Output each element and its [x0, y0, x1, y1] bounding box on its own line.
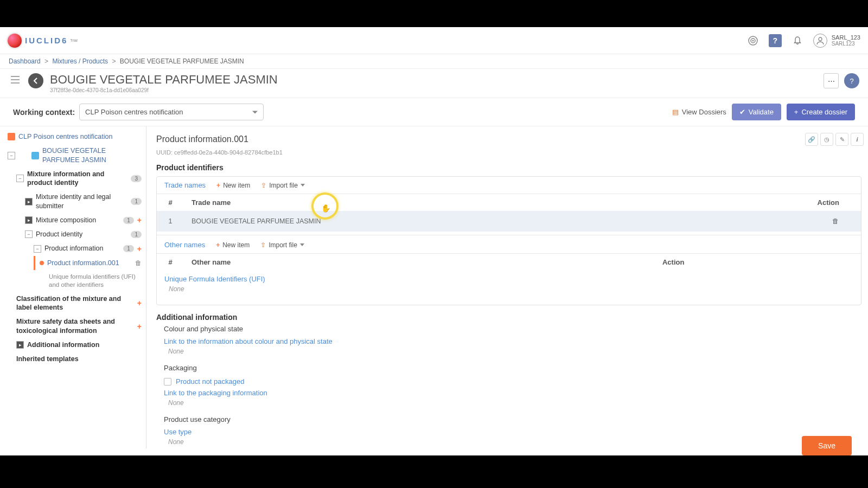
breadcrumb-current: BOUGIE VEGETALE PARFUMEE JASMIN: [120, 57, 244, 65]
doc-icon: [8, 133, 15, 140]
not-packaged-label: Product not packaged: [176, 377, 244, 386]
edit-icon[interactable]: ✎: [835, 133, 848, 146]
more-button[interactable]: ⋯: [824, 73, 839, 88]
badge: 1: [131, 231, 142, 238]
link-packaging-none: None: [156, 398, 868, 412]
tree-prod-info-001[interactable]: Product information.001: [47, 259, 132, 267]
delete-icon[interactable]: 🗑: [135, 259, 142, 267]
page-title: BOUGIE VEGETALE PARFUMEE JASMIN: [50, 73, 278, 86]
link-colour-none: None: [156, 346, 868, 361]
tree-mix-comp[interactable]: Mixture composition: [36, 216, 120, 224]
tree-prod-info[interactable]: Product information: [44, 244, 120, 253]
logo-text: IUCLID6: [25, 36, 68, 45]
logo-icon: [8, 34, 22, 48]
cursor-icon: ✋: [321, 204, 330, 213]
section-product-identifiers: Product identifiers: [156, 163, 868, 172]
working-context-select[interactable]: CLP Poison centres notification: [79, 104, 264, 120]
tree-mix-identity[interactable]: Mixture identity and legal submitter: [36, 192, 127, 210]
user-block[interactable]: SARL_123 SARL123: [813, 34, 860, 48]
import-file-button[interactable]: ⇪ Import file: [260, 241, 304, 249]
logo[interactable]: IUCLID6 Trial: [8, 34, 78, 48]
doc-title: Product information.001: [156, 134, 805, 144]
tree-additional[interactable]: Additional information: [27, 341, 142, 349]
add-button[interactable]: +: [137, 322, 142, 331]
tree-mix-info[interactable]: Mixture information and product identity: [27, 170, 127, 188]
help-button[interactable]: ?: [844, 73, 859, 88]
bullseye-icon[interactable]: [747, 35, 759, 47]
tree-sidebar: CLP Poison centres notification − BOUGIE…: [0, 126, 146, 448]
hamburger-icon[interactable]: [9, 73, 22, 86]
new-item-button[interactable]: + New item: [216, 241, 250, 249]
delete-row-icon[interactable]: 🗑: [832, 217, 839, 225]
tree-safety[interactable]: Mixture safety data sheets and toxicolog…: [16, 317, 134, 335]
colour-phys-title: Colour and physical state: [164, 325, 860, 333]
expand-icon[interactable]: ▸: [25, 198, 33, 206]
tree-classification[interactable]: Classification of the mixture and label …: [16, 294, 134, 312]
table-row[interactable]: 1 BOUGIE VEGETALE PARFUMEE JASMIN 🗑: [157, 211, 861, 232]
tree-clp[interactable]: CLP Poison centres notification: [18, 132, 142, 141]
add-button[interactable]: +: [137, 299, 142, 307]
add-button[interactable]: +: [137, 245, 142, 253]
col-trade-name: Trade name: [184, 194, 684, 211]
expand-icon[interactable]: ▸: [25, 216, 33, 224]
active-dot-icon: [40, 261, 44, 265]
col-action: Action: [453, 254, 706, 271]
save-button[interactable]: Save: [802, 436, 852, 448]
content-area: Product information.001 🔗 ◷ ✎ i UUID: ce…: [146, 126, 868, 448]
col-hash: #: [157, 194, 184, 211]
col-other-name: Other name: [184, 254, 453, 271]
badge: 3: [131, 175, 142, 182]
expand-icon[interactable]: ▸: [16, 341, 24, 349]
avatar-icon: [813, 34, 827, 48]
breadcrumb-mixtures[interactable]: Mixtures / Products: [52, 57, 108, 65]
ufi-label: Unique Formula Identifiers (UFI): [164, 275, 853, 283]
chat-icon[interactable]: ?: [769, 34, 782, 47]
other-names-label: Other names: [164, 241, 205, 249]
tree-ufi[interactable]: Unique formula identifiers (UFI) and oth…: [49, 273, 142, 289]
user-sub: SARL123: [832, 41, 860, 47]
use-type-field[interactable]: Use type: [156, 427, 868, 437]
collapse-icon[interactable]: −: [34, 245, 41, 253]
collapse-icon[interactable]: −: [16, 175, 24, 182]
tree-prod-identity[interactable]: Product identity: [36, 230, 127, 239]
validate-button[interactable]: ✔ Validate: [732, 104, 781, 120]
svg-point-2: [752, 40, 754, 41]
check-icon: ✔: [739, 108, 745, 116]
chevron-down-icon: [300, 243, 304, 246]
link-packaging-field[interactable]: Link to the packaging information: [156, 388, 868, 398]
import-file-button[interactable]: ⇪ Import file: [261, 182, 305, 189]
breadcrumb: Dashboard > Mixtures / Products > BOUGIE…: [0, 54, 868, 69]
link-colour-field[interactable]: Link to the information about colour and…: [156, 336, 868, 346]
trade-names-label: Trade names: [164, 181, 206, 189]
additional-info-title: Additional information: [156, 313, 868, 322]
view-dossiers-link[interactable]: ▤ View Dossiers: [672, 108, 726, 116]
clock-icon[interactable]: ◷: [820, 133, 833, 146]
bell-icon[interactable]: [792, 35, 803, 47]
import-icon: ⇪: [260, 241, 266, 249]
link-icon[interactable]: 🔗: [805, 133, 818, 146]
ufi-none: None: [164, 283, 853, 295]
tree-inherited[interactable]: Inherited templates: [16, 355, 142, 363]
row-num: 1: [157, 211, 184, 232]
user-name: SARL_123: [832, 34, 860, 41]
not-packaged-checkbox[interactable]: [164, 378, 171, 386]
import-icon: ⇪: [261, 182, 266, 189]
collapse-icon[interactable]: −: [25, 230, 33, 238]
breadcrumb-dashboard[interactable]: Dashboard: [9, 57, 41, 65]
chevron-down-icon: [301, 184, 305, 187]
badge: 1: [123, 245, 134, 252]
plus-icon: +: [794, 108, 799, 116]
svg-point-3: [819, 37, 822, 41]
back-button[interactable]: [28, 73, 43, 88]
working-context-label: Working context:: [13, 108, 75, 117]
collapse-icon[interactable]: −: [8, 152, 15, 159]
info-icon[interactable]: i: [851, 133, 864, 146]
use-type-none: None: [156, 437, 868, 448]
page-uuid: 37f28f3e-0dec-4370-8c1a-dd1e06aa029f: [50, 87, 278, 93]
add-button[interactable]: +: [137, 216, 142, 224]
create-dossier-button[interactable]: + Create dossier: [787, 104, 855, 120]
logo-sub: Trial: [70, 38, 77, 42]
tree-root[interactable]: BOUGIE VEGETALE PARFUMEE JASMIN: [42, 146, 142, 164]
new-item-button[interactable]: + New item: [216, 182, 250, 189]
plus-icon: +: [216, 241, 220, 249]
